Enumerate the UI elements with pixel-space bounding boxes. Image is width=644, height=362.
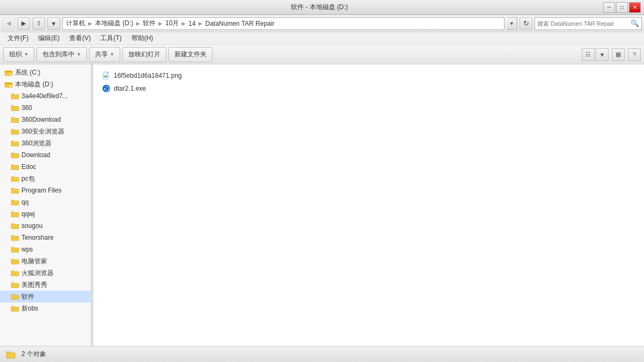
sidebar-item-software[interactable]: 软件 (0, 291, 91, 302)
svg-rect-1 (5, 71, 12, 72)
sidebar-item-label: qqwj (21, 210, 35, 218)
sidebar-item-3a4e[interactable]: 3a4e40ef9ed7... (0, 90, 91, 102)
maximize-button[interactable]: □ (616, 2, 628, 13)
exe-file-icon: D (102, 84, 111, 93)
folder-icon (11, 139, 19, 147)
svg-point-5 (10, 85, 12, 87)
sidebar-item-pc[interactable]: pc包 (0, 173, 91, 184)
breadcrumb-software: 软件 (143, 19, 156, 28)
toolbar: 组织 ▼ 包含到库中 ▼ 共享 ▼ 放映幻灯片 新建文件夹 ☷ ▼ ▦ ? (0, 45, 644, 64)
search-input[interactable] (537, 20, 629, 27)
view-buttons: ☷ ▼ (582, 48, 609, 61)
sidebar-item-system-c[interactable]: 系统 (C:) (0, 67, 91, 78)
search-box[interactable]: 🔍 (535, 17, 642, 30)
sidebar-item-wps[interactable]: wps (0, 243, 91, 255)
back-button[interactable]: ◀ (2, 17, 15, 30)
include-library-button[interactable]: 包含到库中 ▼ (36, 47, 87, 62)
forward-button[interactable]: ▶ (17, 17, 30, 30)
address-bar-row: ◀ ▶ ⇧ ▼ 计算机 ► 本地磁盘 (D:) ► 软件 ► 10月 ► 14 … (0, 15, 644, 32)
sidebar-item-360[interactable]: 360 (0, 102, 91, 114)
sidebar-item-label: pc包 (21, 174, 35, 183)
file-area: PNG 16f5ebd1d6a18471.png D dtar2.1.exe (93, 64, 644, 346)
close-button[interactable]: ✕ (629, 2, 641, 13)
sidebar-item-label: Edoc (21, 163, 36, 171)
search-icon[interactable]: 🔍 (631, 19, 639, 28)
breadcrumb-day: 14 (188, 20, 195, 27)
main-area: 系统 (C:) 本地磁盘 (D:) 3a4e40ef9ed7... (0, 64, 644, 346)
organize-label: 组织 (9, 50, 22, 59)
file-item-exe[interactable]: D dtar2.1.exe (99, 83, 195, 94)
sidebar-item-local-d[interactable]: 本地磁盘 (D:) (0, 78, 91, 90)
folder-icon (11, 280, 19, 289)
share-label: 共享 (95, 50, 108, 59)
sidebar-item-label: 电脑管家 (21, 257, 47, 266)
folder-icon (11, 174, 19, 183)
minimize-button[interactable]: ─ (603, 2, 615, 13)
svg-text:D: D (104, 87, 107, 91)
include-library-label: 包含到库中 (42, 50, 75, 59)
menu-tools[interactable]: 工具(T) (96, 33, 126, 44)
menu-view[interactable]: 查看(V) (65, 33, 95, 44)
breadcrumb-computer: 计算机 (66, 19, 85, 28)
breadcrumb-month: 10月 (165, 19, 179, 28)
folder-icon-selected (11, 292, 19, 301)
address-dropdown[interactable]: ▼ (507, 17, 517, 30)
sidebar-item-label: sougou (21, 222, 42, 230)
sidebar-item-label: 3a4e40ef9ed7... (21, 92, 68, 100)
preview-pane-button[interactable]: ▦ (612, 48, 625, 61)
new-folder-label: 新建文件夹 (174, 50, 207, 59)
sidebar: 系统 (C:) 本地磁盘 (D:) 3a4e40ef9ed7... (0, 64, 91, 346)
folder-icon (11, 162, 19, 171)
sidebar-item-label: Tenorshare (21, 234, 54, 241)
slideshow-button[interactable]: 放映幻灯片 (122, 47, 166, 62)
sidebar-item-label: 软件 (21, 292, 34, 301)
sidebar-item-label: Program Files (21, 187, 62, 194)
folder-icon (11, 304, 19, 313)
sidebar-item-tenorshare[interactable]: Tenorshare (0, 232, 91, 243)
sidebar-item-label: 火狐浏览器 (21, 269, 54, 278)
include-library-arrow: ▼ (77, 52, 81, 57)
sidebar-item-360download[interactable]: 360Download (0, 114, 91, 125)
folder-icon (11, 92, 19, 100)
breadcrumb-app: DataNumen TAR Repair (206, 20, 275, 27)
file-name-png: 16f5ebd1d6a18471.png (114, 72, 182, 79)
sidebar-item-qqwj[interactable]: qqwj (0, 208, 91, 220)
folder-icon (11, 151, 19, 159)
sidebar-item-qq[interactable]: qq (0, 196, 91, 208)
file-item-png[interactable]: PNG 16f5ebd1d6a18471.png (99, 70, 195, 82)
sidebar-item-label: 系统 (C:) (15, 68, 40, 77)
menu-help[interactable]: 帮助(H) (127, 33, 158, 44)
help-button[interactable]: ? (628, 48, 641, 61)
new-folder-button[interactable]: 新建文件夹 (169, 47, 213, 62)
file-name-exe: dtar2.1.exe (114, 85, 146, 92)
sidebar-item-sougou[interactable]: sougou (0, 220, 91, 232)
sidebar-item-label: qq (21, 198, 28, 206)
sidebar-item-meitu[interactable]: 美图秀秀 (0, 279, 91, 291)
sidebar-item-download[interactable]: Download (0, 149, 91, 161)
address-box[interactable]: 计算机 ► 本地磁盘 (D:) ► 软件 ► 10月 ► 14 ► DataNu… (62, 17, 504, 30)
organize-button[interactable]: 组织 ▼ (3, 47, 34, 62)
sidebar-item-programfiles[interactable]: Program Files (0, 184, 91, 196)
breadcrumb-drive: 本地磁盘 (D:) (95, 19, 133, 28)
up-button[interactable]: ⇧ (32, 17, 45, 30)
menu-bar: 文件(F) 编辑(E) 查看(V) 工具(T) 帮助(H) (0, 32, 644, 45)
sidebar-item-edoc[interactable]: Edoc (0, 161, 91, 173)
recent-button[interactable]: ▼ (47, 17, 60, 30)
status-count: 2 个对象 (21, 350, 46, 359)
view-dropdown-button[interactable]: ▼ (596, 48, 609, 61)
sidebar-item-newobs[interactable]: 新obs (0, 302, 91, 314)
sidebar-item-360safe[interactable]: 360安全浏览器 (0, 125, 91, 137)
sidebar-item-360browser[interactable]: 360浏览器 (0, 137, 91, 149)
menu-edit[interactable]: 编辑(E) (34, 33, 64, 44)
refresh-button[interactable]: ↻ (519, 17, 532, 30)
sidebar-item-firefox[interactable]: 火狐浏览器 (0, 267, 91, 279)
folder-icon (11, 245, 19, 254)
view-icon-button[interactable]: ☷ (582, 48, 595, 61)
png-file-icon: PNG (102, 71, 111, 80)
sidebar-item-pcmanager[interactable]: 电脑管家 (0, 255, 91, 267)
menu-file[interactable]: 文件(F) (3, 33, 33, 44)
folder-icon (11, 198, 19, 206)
folder-icon (11, 127, 19, 136)
share-button[interactable]: 共享 ▼ (89, 47, 120, 62)
svg-point-11 (104, 76, 105, 77)
